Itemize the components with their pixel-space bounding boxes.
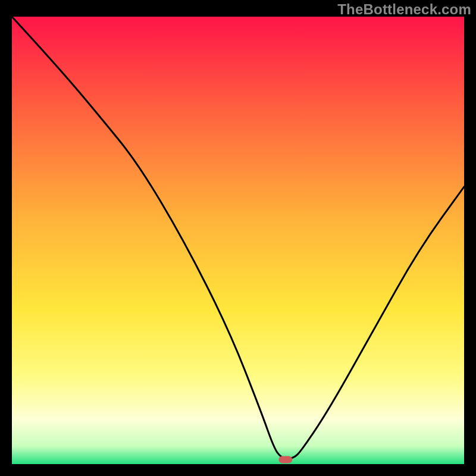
minimum-marker xyxy=(278,456,292,463)
chart-svg xyxy=(12,17,464,464)
watermark-text: TheBottleneck.com xyxy=(337,1,471,18)
gradient-background xyxy=(12,17,464,464)
plot-area xyxy=(12,17,464,464)
chart-frame: TheBottleneck.com xyxy=(0,0,476,476)
